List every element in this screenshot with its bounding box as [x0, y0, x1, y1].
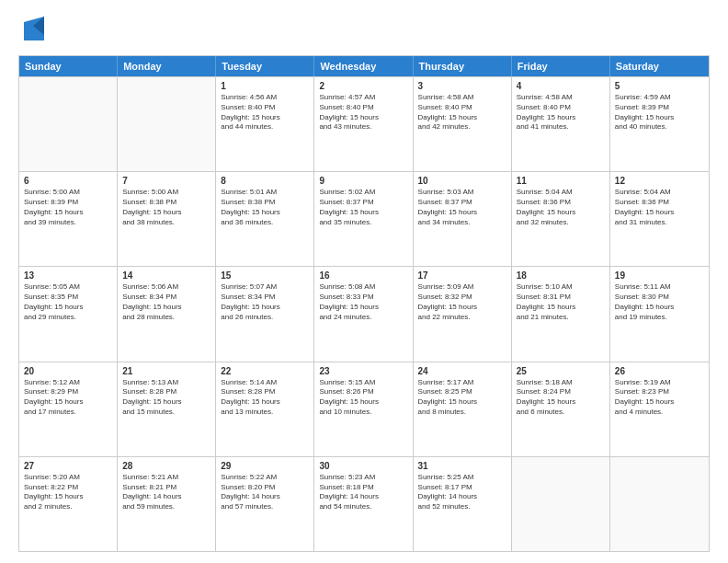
day-info: Sunrise: 5:21 AM Sunset: 8:21 PM Dayligh… [122, 473, 210, 512]
calendar-row: 13Sunrise: 5:05 AM Sunset: 8:35 PM Dayli… [19, 266, 709, 361]
calendar-header: SundayMondayTuesdayWednesdayThursdayFrid… [19, 56, 709, 76]
day-number: 11 [517, 176, 605, 186]
logo [18, 15, 48, 46]
day-number: 26 [615, 366, 704, 376]
day-info: Sunrise: 5:09 AM Sunset: 8:32 PM Dayligh… [418, 282, 506, 322]
day-number: 23 [319, 366, 407, 376]
calendar-empty-cell [118, 77, 216, 171]
day-number: 4 [517, 81, 605, 91]
weekday-header: Monday [118, 56, 216, 76]
day-number: 16 [319, 270, 407, 281]
calendar-day-cell: 29Sunrise: 5:22 AM Sunset: 8:20 PM Dayli… [216, 457, 314, 551]
day-number: 13 [24, 270, 112, 281]
calendar-empty-cell [610, 457, 709, 551]
calendar-day-cell: 22Sunrise: 5:14 AM Sunset: 8:28 PM Dayli… [216, 362, 314, 456]
day-number: 20 [24, 366, 112, 376]
day-number: 17 [418, 270, 506, 281]
day-info: Sunrise: 4:57 AM Sunset: 8:40 PM Dayligh… [319, 93, 407, 132]
day-info: Sunrise: 5:08 AM Sunset: 8:33 PM Dayligh… [319, 282, 407, 322]
weekday-header: Saturday [610, 56, 709, 76]
weekday-header: Wednesday [314, 56, 413, 76]
day-info: Sunrise: 5:10 AM Sunset: 8:31 PM Dayligh… [517, 282, 605, 322]
day-info: Sunrise: 5:22 AM Sunset: 8:20 PM Dayligh… [221, 473, 309, 512]
calendar-day-cell: 17Sunrise: 5:09 AM Sunset: 8:32 PM Dayli… [414, 267, 512, 361]
day-number: 18 [517, 270, 605, 281]
calendar-day-cell: 10Sunrise: 5:03 AM Sunset: 8:37 PM Dayli… [414, 172, 512, 266]
day-number: 1 [221, 81, 309, 91]
day-info: Sunrise: 5:00 AM Sunset: 8:39 PM Dayligh… [24, 188, 112, 227]
day-number: 21 [122, 366, 210, 376]
day-info: Sunrise: 4:58 AM Sunset: 8:40 PM Dayligh… [418, 93, 506, 132]
calendar-day-cell: 1Sunrise: 4:56 AM Sunset: 8:40 PM Daylig… [216, 77, 314, 171]
day-info: Sunrise: 5:20 AM Sunset: 8:22 PM Dayligh… [24, 473, 112, 512]
calendar-empty-cell [19, 77, 118, 171]
day-number: 25 [517, 366, 605, 376]
day-number: 27 [24, 461, 112, 471]
day-info: Sunrise: 5:07 AM Sunset: 8:34 PM Dayligh… [221, 282, 309, 322]
calendar-row: 20Sunrise: 5:12 AM Sunset: 8:29 PM Dayli… [19, 362, 709, 456]
calendar-day-cell: 24Sunrise: 5:17 AM Sunset: 8:25 PM Dayli… [414, 362, 512, 456]
day-number: 22 [221, 366, 309, 376]
calendar: SundayMondayTuesdayWednesdayThursdayFrid… [18, 55, 710, 552]
calendar-row: 1Sunrise: 4:56 AM Sunset: 8:40 PM Daylig… [19, 76, 709, 171]
day-info: Sunrise: 5:02 AM Sunset: 8:37 PM Dayligh… [319, 188, 407, 227]
day-info: Sunrise: 5:03 AM Sunset: 8:37 PM Dayligh… [418, 188, 506, 227]
calendar-day-cell: 15Sunrise: 5:07 AM Sunset: 8:34 PM Dayli… [216, 267, 314, 361]
day-info: Sunrise: 4:56 AM Sunset: 8:40 PM Dayligh… [221, 93, 309, 132]
day-number: 29 [221, 461, 309, 471]
calendar-day-cell: 5Sunrise: 4:59 AM Sunset: 8:39 PM Daylig… [610, 77, 709, 171]
calendar-day-cell: 26Sunrise: 5:19 AM Sunset: 8:23 PM Dayli… [610, 362, 709, 456]
day-number: 7 [122, 176, 210, 186]
day-number: 5 [615, 81, 704, 91]
day-info: Sunrise: 5:14 AM Sunset: 8:28 PM Dayligh… [221, 378, 309, 418]
day-number: 10 [418, 176, 506, 186]
calendar-day-cell: 4Sunrise: 4:58 AM Sunset: 8:40 PM Daylig… [512, 77, 610, 171]
calendar-day-cell: 14Sunrise: 5:06 AM Sunset: 8:34 PM Dayli… [118, 267, 216, 361]
day-number: 9 [319, 176, 407, 186]
calendar-day-cell: 18Sunrise: 5:10 AM Sunset: 8:31 PM Dayli… [512, 267, 610, 361]
weekday-header: Friday [512, 56, 610, 76]
calendar-day-cell: 7Sunrise: 5:00 AM Sunset: 8:38 PM Daylig… [118, 172, 216, 266]
calendar-day-cell: 6Sunrise: 5:00 AM Sunset: 8:39 PM Daylig… [19, 172, 118, 266]
day-info: Sunrise: 5:19 AM Sunset: 8:23 PM Dayligh… [615, 378, 704, 418]
day-info: Sunrise: 5:04 AM Sunset: 8:36 PM Dayligh… [517, 188, 605, 227]
calendar-day-cell: 11Sunrise: 5:04 AM Sunset: 8:36 PM Dayli… [512, 172, 610, 266]
calendar-day-cell: 23Sunrise: 5:15 AM Sunset: 8:26 PM Dayli… [314, 362, 413, 456]
calendar-row: 27Sunrise: 5:20 AM Sunset: 8:22 PM Dayli… [19, 456, 709, 551]
day-number: 30 [319, 461, 407, 471]
day-info: Sunrise: 5:17 AM Sunset: 8:25 PM Dayligh… [418, 378, 506, 418]
header [18, 15, 710, 46]
day-number: 8 [221, 176, 309, 186]
day-info: Sunrise: 4:59 AM Sunset: 8:39 PM Dayligh… [615, 93, 704, 132]
calendar-day-cell: 3Sunrise: 4:58 AM Sunset: 8:40 PM Daylig… [414, 77, 512, 171]
day-info: Sunrise: 5:06 AM Sunset: 8:34 PM Dayligh… [122, 282, 210, 322]
day-number: 12 [615, 176, 704, 186]
day-info: Sunrise: 5:01 AM Sunset: 8:38 PM Dayligh… [221, 188, 309, 227]
day-number: 24 [418, 366, 506, 376]
calendar-day-cell: 30Sunrise: 5:23 AM Sunset: 8:18 PM Dayli… [314, 457, 413, 551]
day-info: Sunrise: 4:58 AM Sunset: 8:40 PM Dayligh… [517, 93, 605, 132]
day-number: 19 [615, 270, 704, 281]
calendar-day-cell: 8Sunrise: 5:01 AM Sunset: 8:38 PM Daylig… [216, 172, 314, 266]
day-info: Sunrise: 5:13 AM Sunset: 8:28 PM Dayligh… [122, 378, 210, 418]
day-number: 14 [122, 270, 210, 281]
day-number: 2 [319, 81, 407, 91]
weekday-header: Sunday [19, 56, 118, 76]
day-number: 31 [418, 461, 506, 471]
calendar-day-cell: 28Sunrise: 5:21 AM Sunset: 8:21 PM Dayli… [118, 457, 216, 551]
page: SundayMondayTuesdayWednesdayThursdayFrid… [0, 0, 728, 563]
calendar-day-cell: 9Sunrise: 5:02 AM Sunset: 8:37 PM Daylig… [314, 172, 413, 266]
calendar-day-cell: 2Sunrise: 4:57 AM Sunset: 8:40 PM Daylig… [314, 77, 413, 171]
calendar-day-cell: 31Sunrise: 5:25 AM Sunset: 8:17 PM Dayli… [414, 457, 512, 551]
day-number: 28 [122, 461, 210, 471]
weekday-header: Thursday [414, 56, 512, 76]
calendar-day-cell: 20Sunrise: 5:12 AM Sunset: 8:29 PM Dayli… [19, 362, 118, 456]
day-info: Sunrise: 5:25 AM Sunset: 8:17 PM Dayligh… [418, 473, 506, 512]
logo-icon [20, 15, 48, 46]
day-number: 6 [24, 176, 112, 186]
day-number: 15 [221, 270, 309, 281]
calendar-day-cell: 27Sunrise: 5:20 AM Sunset: 8:22 PM Dayli… [19, 457, 118, 551]
day-info: Sunrise: 5:04 AM Sunset: 8:36 PM Dayligh… [615, 188, 704, 227]
calendar-day-cell: 19Sunrise: 5:11 AM Sunset: 8:30 PM Dayli… [610, 267, 709, 361]
calendar-day-cell: 21Sunrise: 5:13 AM Sunset: 8:28 PM Dayli… [118, 362, 216, 456]
